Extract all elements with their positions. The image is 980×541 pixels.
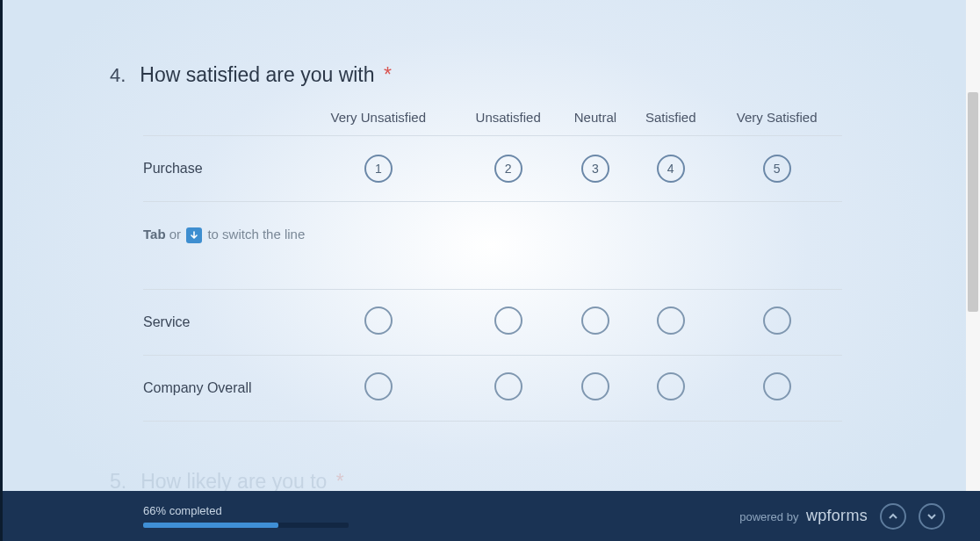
question-text-wrap: How likely are you to *: [141, 470, 344, 491]
question-5-preview: 5. How likely are you to *: [110, 470, 842, 491]
radio-company-3[interactable]: [581, 372, 609, 400]
likert-matrix: Very Unsatisfied Unsatisfied Neutral Sat…: [143, 110, 842, 422]
hint-tab-word: Tab: [143, 227, 166, 242]
column-header: Neutral: [561, 110, 630, 136]
radio-purchase-1[interactable]: 1: [364, 155, 393, 183]
row-label: Service: [143, 290, 301, 356]
app-frame: 4. How satisfied are you with * Very Uns…: [0, 0, 980, 541]
question-header: 4. How satisfied are you with *: [110, 63, 842, 87]
scrollbar-thumb[interactable]: [968, 92, 978, 312]
progress-track: [143, 523, 349, 528]
content-viewport: 4. How satisfied are you with * Very Uns…: [3, 0, 980, 491]
radio-service-1[interactable]: [364, 307, 393, 335]
progress-fill: [143, 523, 278, 528]
radio-purchase-4[interactable]: 4: [657, 155, 685, 183]
matrix-row-purchase: Purchase 1 2 3 4 5: [143, 136, 842, 202]
radio-purchase-2[interactable]: 2: [494, 155, 522, 183]
prev-question-button[interactable]: [880, 503, 906, 530]
arrow-down-key-icon: [186, 227, 202, 243]
chevron-up-icon: [887, 510, 899, 523]
column-header: Satisfied: [630, 110, 711, 136]
radio-service-2[interactable]: [494, 307, 522, 335]
question-text-wrap: How satisfied are you with *: [140, 63, 392, 87]
matrix-row-company: Company Overall: [143, 356, 842, 422]
radio-service-3[interactable]: [581, 307, 609, 335]
row-label: Company Overall: [143, 356, 301, 422]
radio-purchase-5[interactable]: 5: [763, 155, 791, 183]
matrix-row-service: Service: [143, 290, 842, 356]
radio-company-2[interactable]: [494, 372, 522, 400]
question-4: 4. How satisfied are you with * Very Uns…: [110, 63, 842, 422]
hint-or: or: [166, 227, 185, 242]
footer-bar: 66% completed powered by wpforms: [3, 491, 980, 541]
row-label: Purchase: [143, 136, 301, 202]
radio-service-4[interactable]: [657, 307, 685, 335]
powered-by-text: powered by: [739, 510, 798, 523]
question-number: 5.: [110, 470, 126, 491]
required-marker: *: [336, 470, 344, 491]
column-header-empty: [143, 110, 301, 136]
radio-company-5[interactable]: [763, 372, 791, 400]
footer-right: powered by wpforms: [739, 503, 945, 530]
question-text: How satisfied are you with: [140, 63, 374, 86]
radio-service-5[interactable]: [763, 307, 791, 335]
radio-company-4[interactable]: [657, 372, 685, 400]
brand-name: wpforms: [806, 507, 868, 524]
next-question-button[interactable]: [919, 503, 945, 530]
required-marker: *: [384, 63, 392, 86]
question-text: How likely are you to: [141, 470, 327, 491]
radio-company-1[interactable]: [364, 372, 393, 400]
scrollbar-track[interactable]: [966, 0, 980, 491]
column-header-row: Very Unsatisfied Unsatisfied Neutral Sat…: [143, 110, 842, 136]
powered-by-wrap: powered by wpforms: [739, 507, 868, 525]
progress-label: 66% completed: [143, 504, 349, 517]
matrix-bottom-border: [143, 422, 842, 422]
chevron-down-icon: [926, 510, 938, 523]
column-header: Unsatisfied: [456, 110, 561, 136]
question-number: 4.: [110, 64, 126, 87]
column-header: Very Satisfied: [711, 110, 842, 136]
hint-row: Tab or to switch the line: [143, 202, 842, 290]
hint-tail: to switch the line: [204, 227, 305, 242]
column-header: Very Unsatisfied: [301, 110, 456, 136]
progress-wrap: 66% completed: [143, 504, 349, 528]
radio-purchase-3[interactable]: 3: [581, 155, 609, 183]
